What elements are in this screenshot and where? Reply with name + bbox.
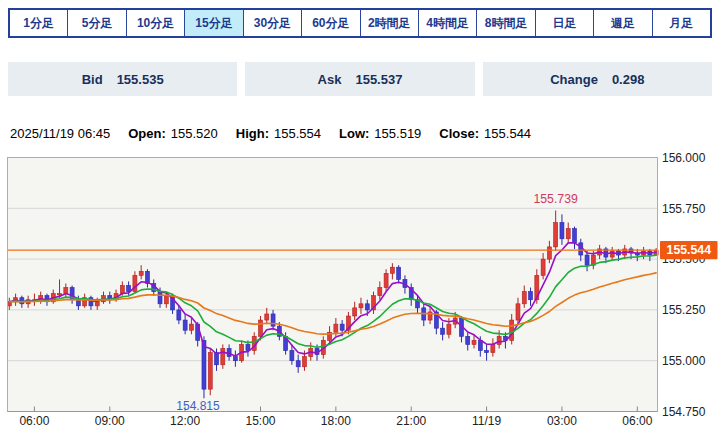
- current-price-badge: 155.544: [660, 241, 718, 259]
- timeframe-tab-10min[interactable]: 10分足: [126, 10, 184, 36]
- chart-text: 09:00: [95, 414, 125, 428]
- chart-text: 155.739: [533, 192, 578, 206]
- change-cell: Change 0.298: [483, 62, 712, 96]
- timeframe-tab-60min[interactable]: 60分足: [301, 10, 359, 36]
- chart-text: 11/19: [472, 414, 501, 428]
- ohlc-high: High: 155.554: [236, 126, 321, 141]
- timeframe-tab-1min[interactable]: 1分足: [10, 10, 67, 36]
- bid-label: Bid: [82, 72, 103, 87]
- bid-value: 155.535: [117, 72, 164, 87]
- timeframe-tab-15min[interactable]: 15分足: [184, 10, 242, 36]
- chart-text: 155.544: [667, 243, 712, 257]
- timeframe-tab-5min[interactable]: 5分足: [67, 10, 125, 36]
- ohlc-open: Open: 155.520: [128, 126, 218, 141]
- chart-text: 15:00: [245, 414, 275, 428]
- timeframe-tab-monthly[interactable]: 月足: [652, 10, 710, 36]
- bid-cell: Bid 155.535: [8, 62, 237, 96]
- chart-text: 06:00: [19, 414, 49, 428]
- chart-text: 156.000: [662, 152, 706, 165]
- chart-text: 03:00: [547, 414, 577, 428]
- quote-bar: Bid 155.535 Ask 155.537 Change 0.298: [8, 62, 712, 96]
- timeframe-tab-4hour[interactable]: 4時間足: [418, 10, 476, 36]
- timeframe-tab-2hour[interactable]: 2時間足: [360, 10, 418, 36]
- ohlc-low: Low: 155.519: [339, 126, 421, 141]
- chart-text: 21:00: [396, 414, 426, 428]
- chart-text: 155.250: [662, 303, 706, 317]
- chart-text: 12:00: [170, 414, 200, 428]
- chart-text: 06:00: [622, 414, 652, 428]
- ohlc-close: Close: 155.544: [439, 126, 531, 141]
- ask-label: Ask: [318, 72, 342, 87]
- timeframe-tab-8hour[interactable]: 8時間足: [476, 10, 534, 36]
- chart-text: 154.815: [176, 399, 220, 413]
- chart-text: 155.000: [662, 354, 706, 368]
- ask-value: 155.537: [355, 72, 402, 87]
- price-chart[interactable]: 156.000155.750155.500155.250155.000154.7…: [0, 152, 720, 435]
- chart-text: 154.750: [662, 405, 706, 419]
- ask-cell: Ask 155.537: [245, 62, 474, 96]
- timeframe-bar: 1分足 5分足 10分足 15分足 30分足 60分足 2時間足 4時間足 8時…: [8, 8, 712, 38]
- change-value: 0.298: [612, 72, 645, 87]
- low-annotation: 154.815: [176, 399, 220, 413]
- ohlc-readout: 2025/11/19 06:45 Open: 155.520 High: 155…: [10, 126, 531, 141]
- timeframe-tab-30min[interactable]: 30分足: [243, 10, 301, 36]
- ohlc-datetime: 2025/11/19 06:45: [10, 126, 110, 141]
- change-label: Change: [550, 72, 598, 87]
- y-axis-labels: 156.000155.750155.500155.250155.000154.7…: [662, 152, 706, 419]
- chart-text: 155.750: [662, 202, 706, 216]
- timeframe-tab-weekly[interactable]: 週足: [593, 10, 651, 36]
- timeframe-tab-daily[interactable]: 日足: [535, 10, 593, 36]
- chart-text: 18:00: [321, 414, 351, 428]
- high-annotation: 155.739: [533, 192, 578, 206]
